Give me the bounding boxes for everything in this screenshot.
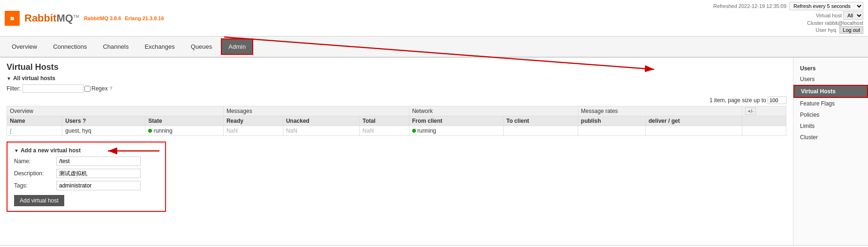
nav-overview[interactable]: Overview xyxy=(5,39,44,54)
vhost-tags-input[interactable] xyxy=(56,181,141,190)
col-extra xyxy=(742,116,786,126)
col-ready: Ready xyxy=(223,116,283,126)
vhost-total-cell: NaN xyxy=(360,126,409,136)
col-group-rates: Message rates xyxy=(578,106,742,116)
filter-input[interactable] xyxy=(23,84,83,93)
col-deliver-get: deliver / get xyxy=(645,116,742,126)
rabbitmq-version: RabbitMQ 3.8.6 xyxy=(84,15,121,21)
user-value: hyq xyxy=(828,27,836,33)
name-label: Name: xyxy=(14,158,56,165)
col-total: Total xyxy=(360,116,409,126)
col-users: Users ? xyxy=(62,116,145,126)
col-group-messages: Messages xyxy=(223,106,409,116)
col-name: Name xyxy=(7,116,62,126)
col-to-client: To client xyxy=(503,116,578,126)
add-vhost-header[interactable]: ▼ Add a new virtual host xyxy=(14,147,159,154)
logout-button[interactable]: Log out xyxy=(839,26,863,34)
cluster-value: rabbit@localhost xyxy=(825,20,863,26)
nav-channels[interactable]: Channels xyxy=(96,39,136,54)
col-publish: publish xyxy=(578,116,645,126)
add-vhost-section: ▼ Add a new virtual host Name: Descripti… xyxy=(7,142,166,212)
sidebar-item-cluster[interactable]: Cluster xyxy=(793,132,868,143)
col-group-network: Network xyxy=(409,106,578,116)
vhost-unacked-cell: NaN xyxy=(283,126,359,136)
nav-exchanges[interactable]: Exchanges xyxy=(137,39,181,54)
sidebar-item-policies[interactable]: Policies xyxy=(793,109,868,120)
sidebar-item-feature-flags[interactable]: Feature Flags xyxy=(793,98,868,109)
col-from-client: From client xyxy=(409,116,503,126)
tags-label: Tags: xyxy=(14,182,56,189)
sidebar-item-users[interactable]: Users xyxy=(793,74,868,85)
col-state: State xyxy=(145,116,224,126)
section-header-label: All virtual hosts xyxy=(13,75,55,82)
col-unacked: Unacked xyxy=(283,116,359,126)
vhost-to-cell xyxy=(503,126,578,136)
vhost-ready-cell: NaN xyxy=(223,126,283,136)
logo-icon: ■ xyxy=(5,11,20,26)
logo-brand: RabbitMQTM xyxy=(24,12,79,24)
erlang-version: Erlang 21.3.8.16 xyxy=(125,15,164,21)
sidebar-item-limits[interactable]: Limits xyxy=(793,120,868,132)
page-title: Virtual Hosts xyxy=(7,62,786,72)
vhost-users-cell: guest, hyq xyxy=(62,126,145,136)
vhost-name-cell[interactable]: / xyxy=(7,126,62,136)
description-label: Description: xyxy=(14,170,56,177)
regex-checkbox[interactable] xyxy=(84,86,91,92)
vhost-deliver-cell xyxy=(645,126,742,136)
cluster-label: Cluster xyxy=(807,20,823,26)
vhost-extra-cell xyxy=(742,126,786,136)
vhost-table: Overview Messages Network Message rates … xyxy=(7,106,786,136)
table-row: /guest, hyq runningNaNNaNNaN running xyxy=(7,126,786,136)
logo-tm: TM xyxy=(73,14,79,18)
plus-minus-col[interactable]: +/- xyxy=(742,106,786,116)
status-dot xyxy=(148,129,152,133)
regex-help-icon[interactable]: ? xyxy=(110,86,113,91)
vhost-select[interactable]: All xyxy=(843,11,863,20)
collapse-arrow: ▼ xyxy=(7,76,11,81)
vhost-state-cell: running xyxy=(145,126,224,136)
sidebar-item-virtual-hosts[interactable]: Virtual Hosts xyxy=(793,85,868,98)
vhost-name-input[interactable] xyxy=(56,157,141,166)
all-vhosts-header[interactable]: ▼ All virtual hosts xyxy=(7,75,786,82)
sidebar-section-title: Users xyxy=(793,62,868,74)
filter-label: Filter: xyxy=(7,85,21,92)
footer: HTTP APIServer DocsTutorialsCommunity Su… xyxy=(0,245,868,247)
nav-admin[interactable]: Admin xyxy=(221,38,253,55)
from-status-dot xyxy=(412,129,416,133)
vhost-publish-cell xyxy=(578,126,645,136)
add-section-label: Add a new virtual host xyxy=(21,147,81,154)
refreshed-timestamp: Refreshed 2022-12-19 12:35:09 xyxy=(713,3,786,9)
nav-queues[interactable]: Queues xyxy=(184,39,219,54)
add-vhost-button[interactable]: Add virtual host xyxy=(14,195,64,206)
pagination-text: 1 item, page size up to xyxy=(709,97,766,104)
vhost-label: Virtual host xyxy=(816,13,842,18)
add-collapse-arrow: ▼ xyxy=(14,148,19,153)
vhost-from-cell: running xyxy=(409,126,503,136)
regex-label: Regex xyxy=(91,85,108,92)
sidebar: Users Users Virtual Hosts Feature Flags … xyxy=(793,58,868,245)
col-group-overview: Overview xyxy=(7,106,224,116)
refresh-interval-select[interactable]: Refresh every 5 secondsRefresh every 10 … xyxy=(789,2,863,10)
user-label: User xyxy=(815,27,826,33)
vhost-description-input[interactable] xyxy=(56,169,141,178)
plus-minus-btn[interactable]: +/- xyxy=(745,107,756,115)
page-size-input[interactable] xyxy=(768,97,786,104)
nav-connections[interactable]: Connections xyxy=(46,39,94,54)
